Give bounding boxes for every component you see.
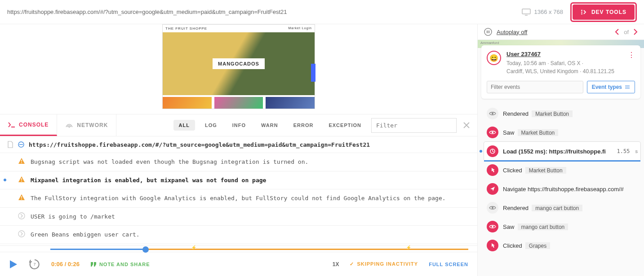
sliders-icon [625, 85, 630, 89]
rewind-button[interactable]: 7 [29, 258, 40, 270]
click-icon [487, 240, 498, 251]
kebab-menu-icon[interactable]: ⋮ [628, 51, 635, 59]
playback-speed[interactable]: 1X [333, 261, 339, 267]
tab-network[interactable]: NETWORK [57, 114, 116, 136]
warning-icon [18, 194, 25, 201]
thumb-image [266, 97, 315, 109]
fullscreen-button[interactable]: FULL SCREEN [429, 262, 468, 267]
event-list: Rendered Market Button Saw Market Button… [478, 101, 644, 276]
close-icon[interactable] [461, 120, 472, 131]
console-filter-input[interactable] [371, 118, 457, 133]
current-marker [480, 150, 482, 153]
console-icon [8, 122, 15, 127]
devtools-icon [581, 9, 588, 15]
filter-warn[interactable]: WARN [256, 120, 284, 131]
bolt-icon: ⚡ [406, 245, 411, 250]
eye-icon [487, 127, 498, 138]
svg-point-10 [21, 199, 22, 200]
event-row[interactable]: Saw mango cart button [484, 217, 640, 236]
play-button[interactable] [9, 259, 18, 269]
navigate-icon [487, 183, 498, 195]
svg-rect-0 [522, 9, 530, 14]
console-url: https://fruitshoppe.firebaseapp.com/#/?u… [29, 141, 370, 148]
console-body: https://fruitshoppe.firebaseapp.com/#/?u… [0, 136, 477, 245]
eye-icon [487, 221, 498, 232]
filter-events-input[interactable] [487, 81, 583, 93]
user-meta: Today, 10:56 am · Safari, OS X · Cardiff… [506, 59, 622, 75]
site-nav: Market Login [289, 26, 312, 31]
hero-label: MANGOCADOS [213, 58, 265, 69]
collapse-icon[interactable] [18, 141, 24, 148]
svg-point-12 [18, 231, 25, 237]
svg-point-11 [18, 213, 25, 219]
warning-icon [18, 158, 25, 165]
viewport-size: 1366 x 768 [522, 9, 563, 16]
event-row[interactable]: Saw Market Button [484, 123, 640, 142]
chevron-right-icon[interactable] [18, 212, 25, 219]
playback-time: 0:06 / 0:26 [51, 261, 80, 267]
timeline-scrubber[interactable]: ⚡ ⚡ [0, 245, 477, 252]
site-name: THE FRUIT SHOPPE [165, 26, 207, 31]
event-row[interactable]: Clicked Grapes [484, 236, 640, 255]
svg-point-2 [69, 127, 70, 128]
page-url: https://fruitshoppe.firebaseapp.com/#/?u… [7, 9, 522, 15]
session-preview: THE FRUIT SHOPPE Market Login MANGOCADOS [0, 24, 477, 114]
event-row[interactable]: Load (1552 ms): https://fruitshoppe.fi 1… [484, 142, 640, 161]
page-icon [7, 141, 13, 148]
svg-point-14 [484, 28, 492, 35]
filter-log[interactable]: LOG [200, 120, 222, 131]
tab-console[interactable]: CONSOLE [0, 114, 57, 136]
svg-point-23 [492, 207, 493, 209]
current-marker [4, 179, 6, 181]
svg-point-20 [492, 113, 493, 114]
svg-rect-16 [489, 31, 489, 33]
filter-exception[interactable]: EXCEPTION [323, 120, 367, 131]
warning-icon [18, 176, 25, 183]
console-row: Bugsnag script was not loaded even thoug… [0, 153, 477, 171]
event-row[interactable]: Rendered Market Button [484, 104, 640, 123]
svg-point-8 [21, 180, 22, 181]
session-of-label: of [624, 29, 629, 35]
filter-info[interactable]: INFO [227, 120, 251, 131]
event-row[interactable]: Clicked Market Button [484, 161, 640, 180]
note-and-share-button[interactable]: NOTE AND SHARE [90, 262, 150, 267]
svg-rect-15 [487, 31, 488, 33]
quote-icon [90, 262, 97, 267]
click-icon [487, 164, 498, 176]
event-row[interactable]: Rendered mango cart button [484, 198, 640, 217]
chevron-right-icon[interactable] [18, 230, 25, 237]
svg-point-24 [492, 226, 493, 228]
autoplay-icon [484, 28, 492, 36]
console-row: Mixpanel integration is enabled, but mix… [0, 171, 477, 190]
eye-icon [487, 108, 498, 119]
dev-tools-button[interactable]: DEV TOOLS [573, 4, 635, 20]
autoplay-toggle[interactable]: Autoplay off [497, 29, 527, 35]
bolt-icon: ⚡ [191, 245, 196, 250]
prev-session-button[interactable] [615, 29, 619, 35]
console-row: The FullStory integration with Google An… [0, 189, 477, 208]
svg-point-6 [21, 162, 22, 163]
thumb-image [163, 97, 212, 109]
avatar: 😄 [487, 51, 501, 65]
thumb-image [214, 97, 263, 109]
load-icon [487, 145, 498, 157]
network-icon [65, 122, 73, 128]
next-session-button[interactable] [633, 29, 638, 35]
feedback-tab [311, 64, 315, 82]
skip-inactivity-toggle[interactable]: ✓SKIPPING INACTIVITY [350, 261, 418, 267]
svg-point-21 [492, 131, 493, 133]
filter-error[interactable]: ERROR [288, 120, 319, 131]
console-row: Green Beans embiggen user cart. [0, 226, 477, 244]
console-row: USER is going to /market [0, 208, 477, 226]
user-name-link[interactable]: User 237467 [506, 51, 622, 57]
filter-all[interactable]: ALL [173, 120, 195, 131]
user-card: 😄 User 237467 Today, 10:56 am · Safari, … [481, 45, 640, 99]
monitor-icon [522, 9, 531, 16]
eye-icon [487, 202, 498, 214]
event-row[interactable]: Navigate https://fruitshoppe.firebaseapp… [484, 180, 640, 198]
event-types-button[interactable]: Event types [587, 81, 635, 93]
